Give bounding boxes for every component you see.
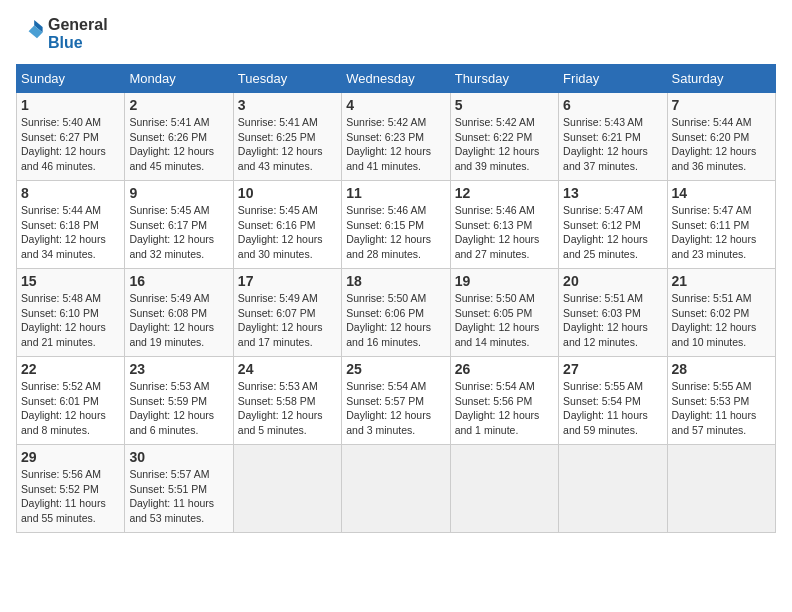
calendar-body: 1Sunrise: 5:40 AM Sunset: 6:27 PM Daylig… [17, 93, 776, 533]
logo-text: General Blue [48, 16, 108, 52]
day-info: Sunrise: 5:55 AM Sunset: 5:53 PM Dayligh… [672, 379, 771, 438]
day-info: Sunrise: 5:46 AM Sunset: 6:15 PM Dayligh… [346, 203, 445, 262]
weekday-header-thursday: Thursday [450, 65, 558, 93]
calendar-cell: 20Sunrise: 5:51 AM Sunset: 6:03 PM Dayli… [559, 269, 667, 357]
calendar-cell: 14Sunrise: 5:47 AM Sunset: 6:11 PM Dayli… [667, 181, 775, 269]
day-info: Sunrise: 5:41 AM Sunset: 6:26 PM Dayligh… [129, 115, 228, 174]
day-info: Sunrise: 5:49 AM Sunset: 6:08 PM Dayligh… [129, 291, 228, 350]
calendar-cell [667, 445, 775, 533]
calendar-week-4: 22Sunrise: 5:52 AM Sunset: 6:01 PM Dayli… [17, 357, 776, 445]
day-info: Sunrise: 5:45 AM Sunset: 6:17 PM Dayligh… [129, 203, 228, 262]
day-info: Sunrise: 5:42 AM Sunset: 6:23 PM Dayligh… [346, 115, 445, 174]
weekday-header-monday: Monday [125, 65, 233, 93]
calendar-week-1: 1Sunrise: 5:40 AM Sunset: 6:27 PM Daylig… [17, 93, 776, 181]
day-number: 5 [455, 97, 554, 113]
calendar-cell: 28Sunrise: 5:55 AM Sunset: 5:53 PM Dayli… [667, 357, 775, 445]
day-number: 21 [672, 273, 771, 289]
day-info: Sunrise: 5:56 AM Sunset: 5:52 PM Dayligh… [21, 467, 120, 526]
calendar-cell [450, 445, 558, 533]
day-info: Sunrise: 5:54 AM Sunset: 5:56 PM Dayligh… [455, 379, 554, 438]
weekday-header-tuesday: Tuesday [233, 65, 341, 93]
day-info: Sunrise: 5:45 AM Sunset: 6:16 PM Dayligh… [238, 203, 337, 262]
day-info: Sunrise: 5:48 AM Sunset: 6:10 PM Dayligh… [21, 291, 120, 350]
day-number: 19 [455, 273, 554, 289]
day-info: Sunrise: 5:53 AM Sunset: 5:59 PM Dayligh… [129, 379, 228, 438]
day-number: 17 [238, 273, 337, 289]
day-number: 11 [346, 185, 445, 201]
weekday-header-wednesday: Wednesday [342, 65, 450, 93]
calendar-cell: 22Sunrise: 5:52 AM Sunset: 6:01 PM Dayli… [17, 357, 125, 445]
day-number: 22 [21, 361, 120, 377]
day-number: 12 [455, 185, 554, 201]
weekday-header-saturday: Saturday [667, 65, 775, 93]
calendar-week-5: 29Sunrise: 5:56 AM Sunset: 5:52 PM Dayli… [17, 445, 776, 533]
day-number: 10 [238, 185, 337, 201]
day-info: Sunrise: 5:49 AM Sunset: 6:07 PM Dayligh… [238, 291, 337, 350]
calendar-cell: 2Sunrise: 5:41 AM Sunset: 6:26 PM Daylig… [125, 93, 233, 181]
day-info: Sunrise: 5:46 AM Sunset: 6:13 PM Dayligh… [455, 203, 554, 262]
day-number: 7 [672, 97, 771, 113]
day-info: Sunrise: 5:54 AM Sunset: 5:57 PM Dayligh… [346, 379, 445, 438]
day-number: 6 [563, 97, 662, 113]
day-number: 3 [238, 97, 337, 113]
calendar-cell: 12Sunrise: 5:46 AM Sunset: 6:13 PM Dayli… [450, 181, 558, 269]
day-number: 15 [21, 273, 120, 289]
day-info: Sunrise: 5:47 AM Sunset: 6:11 PM Dayligh… [672, 203, 771, 262]
calendar-table: SundayMondayTuesdayWednesdayThursdayFrid… [16, 64, 776, 533]
calendar-cell: 11Sunrise: 5:46 AM Sunset: 6:15 PM Dayli… [342, 181, 450, 269]
day-number: 2 [129, 97, 228, 113]
calendar-cell: 21Sunrise: 5:51 AM Sunset: 6:02 PM Dayli… [667, 269, 775, 357]
day-number: 23 [129, 361, 228, 377]
calendar-cell: 13Sunrise: 5:47 AM Sunset: 6:12 PM Dayli… [559, 181, 667, 269]
calendar-cell: 1Sunrise: 5:40 AM Sunset: 6:27 PM Daylig… [17, 93, 125, 181]
calendar-cell: 23Sunrise: 5:53 AM Sunset: 5:59 PM Dayli… [125, 357, 233, 445]
calendar-week-3: 15Sunrise: 5:48 AM Sunset: 6:10 PM Dayli… [17, 269, 776, 357]
day-info: Sunrise: 5:55 AM Sunset: 5:54 PM Dayligh… [563, 379, 662, 438]
calendar-cell [233, 445, 341, 533]
calendar-cell: 9Sunrise: 5:45 AM Sunset: 6:17 PM Daylig… [125, 181, 233, 269]
day-info: Sunrise: 5:51 AM Sunset: 6:03 PM Dayligh… [563, 291, 662, 350]
calendar-cell: 10Sunrise: 5:45 AM Sunset: 6:16 PM Dayli… [233, 181, 341, 269]
calendar-cell: 27Sunrise: 5:55 AM Sunset: 5:54 PM Dayli… [559, 357, 667, 445]
calendar-cell [342, 445, 450, 533]
calendar-cell: 17Sunrise: 5:49 AM Sunset: 6:07 PM Dayli… [233, 269, 341, 357]
day-number: 25 [346, 361, 445, 377]
day-number: 9 [129, 185, 228, 201]
page-header: General Blue [16, 16, 776, 52]
day-info: Sunrise: 5:50 AM Sunset: 6:05 PM Dayligh… [455, 291, 554, 350]
day-number: 26 [455, 361, 554, 377]
calendar-cell: 4Sunrise: 5:42 AM Sunset: 6:23 PM Daylig… [342, 93, 450, 181]
calendar-cell: 3Sunrise: 5:41 AM Sunset: 6:25 PM Daylig… [233, 93, 341, 181]
day-info: Sunrise: 5:57 AM Sunset: 5:51 PM Dayligh… [129, 467, 228, 526]
calendar-cell: 6Sunrise: 5:43 AM Sunset: 6:21 PM Daylig… [559, 93, 667, 181]
day-info: Sunrise: 5:44 AM Sunset: 6:20 PM Dayligh… [672, 115, 771, 174]
weekday-header-friday: Friday [559, 65, 667, 93]
calendar-cell [559, 445, 667, 533]
day-number: 8 [21, 185, 120, 201]
day-number: 18 [346, 273, 445, 289]
day-info: Sunrise: 5:52 AM Sunset: 6:01 PM Dayligh… [21, 379, 120, 438]
day-info: Sunrise: 5:40 AM Sunset: 6:27 PM Dayligh… [21, 115, 120, 174]
day-number: 24 [238, 361, 337, 377]
day-number: 4 [346, 97, 445, 113]
calendar-cell: 7Sunrise: 5:44 AM Sunset: 6:20 PM Daylig… [667, 93, 775, 181]
calendar-cell: 30Sunrise: 5:57 AM Sunset: 5:51 PM Dayli… [125, 445, 233, 533]
calendar-cell: 16Sunrise: 5:49 AM Sunset: 6:08 PM Dayli… [125, 269, 233, 357]
day-number: 28 [672, 361, 771, 377]
logo-icon [16, 20, 44, 48]
calendar-cell: 5Sunrise: 5:42 AM Sunset: 6:22 PM Daylig… [450, 93, 558, 181]
day-info: Sunrise: 5:47 AM Sunset: 6:12 PM Dayligh… [563, 203, 662, 262]
calendar-cell: 29Sunrise: 5:56 AM Sunset: 5:52 PM Dayli… [17, 445, 125, 533]
logo: General Blue [16, 16, 108, 52]
calendar-header-row: SundayMondayTuesdayWednesdayThursdayFrid… [17, 65, 776, 93]
calendar-cell: 25Sunrise: 5:54 AM Sunset: 5:57 PM Dayli… [342, 357, 450, 445]
day-number: 14 [672, 185, 771, 201]
calendar-cell: 26Sunrise: 5:54 AM Sunset: 5:56 PM Dayli… [450, 357, 558, 445]
day-number: 27 [563, 361, 662, 377]
day-number: 20 [563, 273, 662, 289]
calendar-cell: 15Sunrise: 5:48 AM Sunset: 6:10 PM Dayli… [17, 269, 125, 357]
calendar-cell: 8Sunrise: 5:44 AM Sunset: 6:18 PM Daylig… [17, 181, 125, 269]
day-number: 13 [563, 185, 662, 201]
day-number: 16 [129, 273, 228, 289]
day-info: Sunrise: 5:50 AM Sunset: 6:06 PM Dayligh… [346, 291, 445, 350]
